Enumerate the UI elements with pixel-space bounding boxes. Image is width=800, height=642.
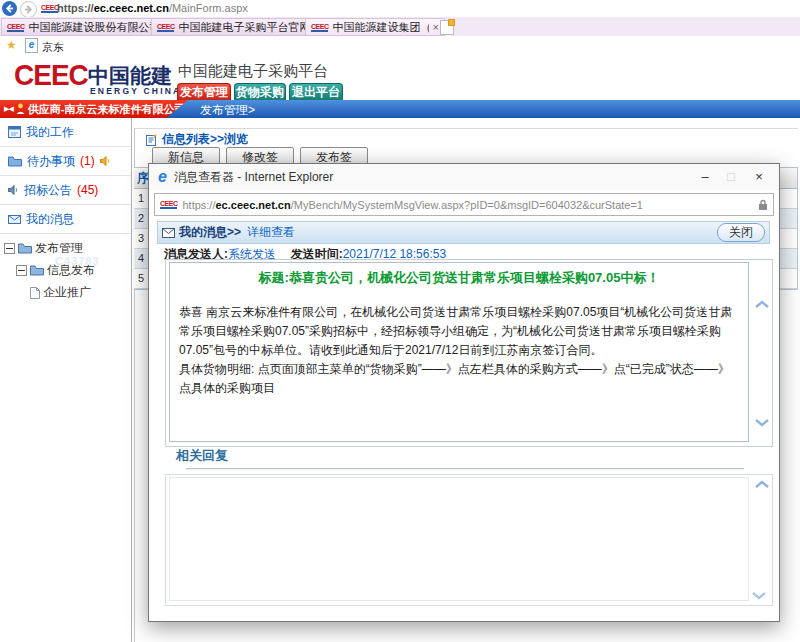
new-tab-icon: [448, 19, 455, 26]
dialog-titlebar[interactable]: e 消息查看器 - Internet Explorer: [149, 164, 779, 190]
message-viewer-dialog: e 消息查看器 - Internet Explorer – □ × CEEC h…: [148, 163, 780, 622]
related-replies-pane: [165, 474, 773, 606]
message-section-header: 我的消息>> 详细查看 关闭: [157, 221, 770, 244]
tab-favicon: CEEC: [7, 23, 24, 32]
tree-collapse-icon[interactable]: [4, 243, 15, 254]
tree-node-enterprise-promo[interactable]: 企业推广: [30, 284, 91, 301]
ie-page-icon: e: [25, 38, 38, 53]
maximize-button[interactable]: □: [719, 164, 743, 190]
work-window-icon: [8, 126, 21, 138]
breadcrumb-detail-view[interactable]: 详细查看: [247, 224, 295, 241]
address-path: /MainForm.aspx: [169, 2, 248, 14]
address-scheme: https://: [57, 2, 94, 14]
breadcrumb-my-messages: 我的消息>>: [179, 224, 241, 241]
tab-close-icon[interactable]: ×: [433, 22, 439, 33]
related-replies-label: 相关回复: [176, 447, 228, 465]
tab-label: 中国能建电子采购平台官网: [178, 20, 307, 35]
supplier-name: 供应商-南京云来标准件有限公司: [28, 102, 186, 117]
supplier-bar: ▶◀ 供应商-南京云来标准件有限公司 发布管理>: [0, 100, 800, 118]
row-number: 3: [138, 232, 144, 244]
page-icon: [30, 287, 40, 299]
forward-button[interactable]: [20, 1, 37, 18]
sidebar-item-my-messages[interactable]: 我的消息: [0, 205, 131, 234]
button-label: 新信息: [168, 150, 204, 164]
ie-icon: e: [158, 168, 167, 186]
folder-icon: [30, 265, 44, 276]
row-number: 5: [138, 272, 144, 284]
close-window-button[interactable]: ×: [747, 164, 771, 190]
nav-tab-label: 货物采购: [236, 85, 284, 99]
speaker-alert-icon: [100, 156, 111, 166]
row-number: 1: [138, 192, 144, 204]
scroll-up-icon[interactable]: [754, 480, 770, 489]
list-title: 信息列表>>浏览: [146, 131, 248, 148]
site-favicon: CEEC: [41, 4, 58, 13]
tab-bar: CEEC 中国能源建设股份有限公司 CEEC 中国能建电子采购平台官网 CEEC…: [0, 17, 800, 36]
address-host: ec.ceec.net.cn: [94, 2, 169, 14]
related-divider: [186, 468, 744, 469]
platform-title: 中国能建电子采购平台: [178, 62, 328, 81]
tree-collapse-icon[interactable]: [16, 265, 27, 276]
row-number: 4: [138, 252, 144, 264]
dialog-url-field[interactable]: CEEC https://ec.ceec.net.cn/MyBench/MySy…: [154, 193, 774, 216]
browser-toolbar: CEEC https://ec.ceec.net.cn/MainForm.asp…: [0, 0, 800, 17]
sidebar: 我的工作 待办事项(1) 招标公告(45) 我的消息 发布管理 信息发布: [0, 118, 132, 642]
favorite-link-jd[interactable]: 京东: [42, 40, 64, 55]
nav-tab-publish-mgmt[interactable]: 发布管理: [177, 83, 231, 101]
row-number: 2: [138, 212, 144, 224]
supplier-ribbon: ▶◀ 供应商-南京云来标准件有限公司: [0, 100, 188, 118]
watermark-text: C43783: [55, 255, 100, 267]
envelope-icon: [8, 215, 21, 224]
folder-icon: [18, 243, 32, 254]
speaker-icon: [8, 185, 19, 195]
scroll-down-icon[interactable]: [751, 591, 767, 600]
minimize-button[interactable]: –: [693, 164, 717, 190]
message-title: 标题:恭喜贵公司，机械化公司货送甘肃常乐项目螺栓采购07.05中标！: [176, 269, 742, 287]
message-body-2: 具体货物明细: 点页面顶部主菜单的“货物采购”——》点左栏具体的采购方式——》点…: [179, 360, 739, 398]
sidebar-item-label: 我的消息: [26, 211, 74, 228]
message-scroll-pane: 标题:恭喜贵公司，机械化公司货送甘肃常乐项目螺栓采购07.05中标！ 恭喜 南京…: [165, 259, 773, 447]
message-content-box: 标题:恭喜贵公司，机械化公司货送甘肃常乐项目螺栓采购07.05中标！ 恭喜 南京…: [169, 262, 749, 442]
list-title-label: 信息列表>>浏览: [162, 131, 248, 148]
ceec-logo: CEEC: [14, 59, 88, 93]
sidebar-item-todo[interactable]: 待办事项(1): [0, 147, 131, 176]
collapse-sidebar-icon[interactable]: ▶◀: [4, 105, 13, 113]
announcement-count: (45): [77, 183, 98, 197]
button-label: 修改签: [242, 150, 278, 164]
scroll-down-icon[interactable]: [754, 418, 770, 427]
list-form-icon: [146, 134, 158, 146]
sidebar-item-label: 招标公告: [24, 182, 72, 199]
breadcrumb-publish-mgmt[interactable]: 发布管理>: [200, 102, 255, 119]
sidebar-item-label: 我的工作: [26, 124, 74, 141]
close-message-button[interactable]: 关闭: [717, 223, 765, 242]
sidebar-item-label: 待办事项: [27, 153, 75, 170]
favorites-bar: ★ e 京东: [0, 36, 800, 57]
envelope-icon: [162, 228, 175, 238]
todo-count: (1): [80, 154, 95, 168]
tab-procurement-portal[interactable]: CEEC 中国能建电子采购平台官网: [151, 18, 313, 36]
sidebar-item-my-work[interactable]: 我的工作: [0, 118, 131, 147]
tab-favicon: CEEC: [311, 23, 328, 32]
tab-ceec-corp[interactable]: CEEC 中国能源建设股份有限公司: [1, 18, 159, 36]
nav-tab-label: 退出平台: [292, 85, 340, 99]
nav-tab-goods-procurement[interactable]: 货物采购: [234, 83, 286, 101]
back-button[interactable]: [2, 1, 17, 16]
folder-icon: [8, 156, 22, 167]
site-favicon: CEEC: [160, 200, 177, 209]
nav-tab-label: 发布管理: [180, 85, 228, 99]
tab-label: 中国能源建设集团（股份）…: [332, 20, 428, 35]
nav-tab-exit-platform[interactable]: 退出平台: [289, 83, 343, 101]
tab-ceec-group-active[interactable]: CEEC 中国能源建设集团（股份）… ×: [305, 18, 445, 36]
tree-node-label: 企业推广: [43, 284, 91, 301]
lock-icon: [758, 199, 768, 211]
favorites-star-icon[interactable]: ★: [6, 38, 17, 52]
user-icon: [16, 103, 25, 115]
forward-arrow-icon: [24, 5, 33, 14]
address-bar[interactable]: https://ec.ceec.net.cn/MainForm.aspx: [57, 2, 417, 14]
back-arrow-icon: [5, 4, 14, 13]
browser-window: CEEC https://ec.ceec.net.cn/MainForm.asp…: [0, 0, 800, 642]
scroll-up-icon[interactable]: [754, 300, 770, 309]
sidebar-item-bid-announcements[interactable]: 招标公告(45): [0, 176, 131, 205]
dialog-address-bar: CEEC https://ec.ceec.net.cn/MyBench/MySy…: [149, 190, 779, 218]
new-tab-button[interactable]: [440, 20, 454, 35]
